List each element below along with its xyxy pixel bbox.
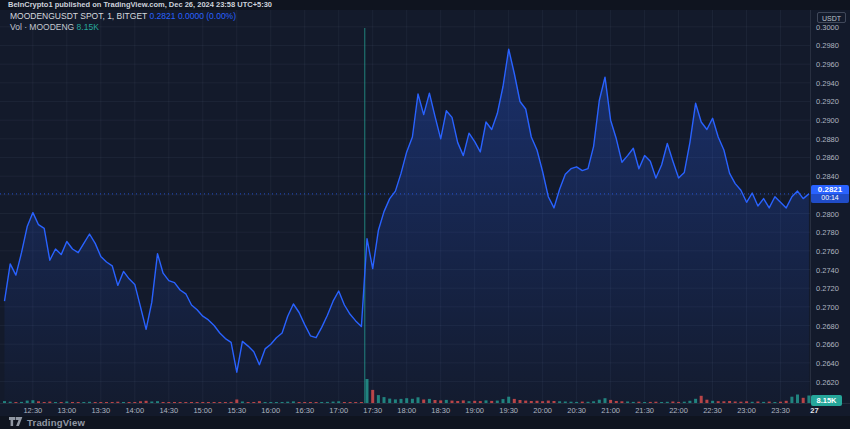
last-price-badge-value: 0.2821 bbox=[811, 185, 849, 195]
legend-volume-row[interactable]: Vol · MOODENG 8.15K bbox=[10, 23, 236, 33]
volume-indicator-value: 8.15K bbox=[77, 22, 99, 32]
price-tick-label: 0.2920 bbox=[816, 97, 839, 106]
time-tick-label: 21:00 bbox=[601, 406, 620, 415]
time-tick-label: 23:00 bbox=[737, 406, 756, 415]
price-tick-label: 0.2640 bbox=[816, 358, 839, 367]
price-tick-label: 0.2960 bbox=[816, 60, 839, 69]
price-change-value: 0.0000 bbox=[178, 11, 204, 21]
time-tick-label: 14:00 bbox=[125, 406, 144, 415]
date-tick-label: 27 bbox=[810, 406, 818, 415]
volume-axis-badge: 8.15K bbox=[811, 395, 842, 406]
time-tick-label: 15:00 bbox=[193, 406, 212, 415]
time-tick-label: 17:00 bbox=[329, 406, 348, 415]
time-tick-label: 18:00 bbox=[397, 406, 416, 415]
branding-bar: TradingView bbox=[0, 416, 850, 429]
time-tick-label: 20:30 bbox=[567, 406, 586, 415]
attribution-text: BeInCrypto1 published on TradingView.com… bbox=[8, 0, 272, 9]
time-tick-label: 12:30 bbox=[23, 406, 42, 415]
price-tick-label: 0.2980 bbox=[816, 41, 839, 50]
time-tick-label: 20:00 bbox=[533, 406, 552, 415]
symbol-title: MOODENGUSDT SPOT, 1, BITGET bbox=[10, 11, 147, 21]
legend-symbol-row[interactable]: MOODENGUSDT SPOT, 1, BITGET 0.2821 0.000… bbox=[10, 12, 236, 22]
time-tick-label: 13:00 bbox=[57, 406, 76, 415]
price-tick-label: 0.2680 bbox=[816, 321, 839, 330]
price-tick-label: 0.2880 bbox=[816, 134, 839, 143]
time-tick-label: 15:30 bbox=[227, 406, 246, 415]
attribution-bar: BeInCrypto1 published on TradingView.com… bbox=[0, 0, 850, 10]
time-tick-label: 22:00 bbox=[669, 406, 688, 415]
price-tick-label: 0.2620 bbox=[816, 377, 839, 386]
last-price-badge: 0.2821 00:14 bbox=[811, 185, 849, 203]
tradingview-published-chart: BeInCrypto1 published on TradingView.com… bbox=[0, 0, 850, 429]
time-tick-label: 13:30 bbox=[91, 406, 110, 415]
time-tick-label: 16:30 bbox=[295, 406, 314, 415]
price-change-percent: (0.00%) bbox=[206, 11, 236, 21]
time-tick-label: 16:00 bbox=[261, 406, 280, 415]
price-chart-canvas[interactable] bbox=[0, 0, 850, 429]
bar-countdown: 00:14 bbox=[811, 194, 849, 203]
volume-indicator-label: Vol · MOODENG bbox=[10, 22, 74, 32]
price-tick-label: 0.2740 bbox=[816, 265, 839, 274]
time-tick-label: 23:30 bbox=[771, 406, 790, 415]
currency-toggle-button[interactable]: USDT bbox=[817, 12, 846, 23]
time-tick-label: 22:30 bbox=[703, 406, 722, 415]
price-tick-label: 0.2940 bbox=[816, 78, 839, 87]
tradingview-logo-icon bbox=[9, 417, 23, 428]
price-tick-label: 0.2700 bbox=[816, 302, 839, 311]
price-tick-label: 0.2780 bbox=[816, 228, 839, 237]
last-price-value: 0.2821 bbox=[150, 11, 176, 21]
time-scale[interactable]: 12:3013:0013:3014:0014:3015:0015:3016:00… bbox=[0, 403, 850, 416]
time-tick-label: 18:30 bbox=[431, 406, 450, 415]
time-tick-label: 14:30 bbox=[159, 406, 178, 415]
price-tick-label: 0.2900 bbox=[816, 116, 839, 125]
time-tick-label: 17:30 bbox=[363, 406, 382, 415]
time-tick-label: 19:00 bbox=[465, 406, 484, 415]
price-tick-label: 0.2800 bbox=[816, 209, 839, 218]
time-tick-label: 19:30 bbox=[499, 406, 518, 415]
price-tick-label: 0.2660 bbox=[816, 340, 839, 349]
price-tick-label: 0.2720 bbox=[816, 284, 839, 293]
price-tick-label: 0.2840 bbox=[816, 172, 839, 181]
time-tick-label: 21:30 bbox=[635, 406, 654, 415]
chart-legend: MOODENGUSDT SPOT, 1, BITGET 0.2821 0.000… bbox=[10, 12, 236, 33]
price-tick-label: 0.2760 bbox=[816, 246, 839, 255]
price-scale[interactable]: 0.30000.29800.29600.29400.29200.29000.28… bbox=[810, 10, 850, 403]
price-tick-label: 0.2860 bbox=[816, 153, 839, 162]
tradingview-wordmark[interactable]: TradingView bbox=[27, 417, 85, 428]
